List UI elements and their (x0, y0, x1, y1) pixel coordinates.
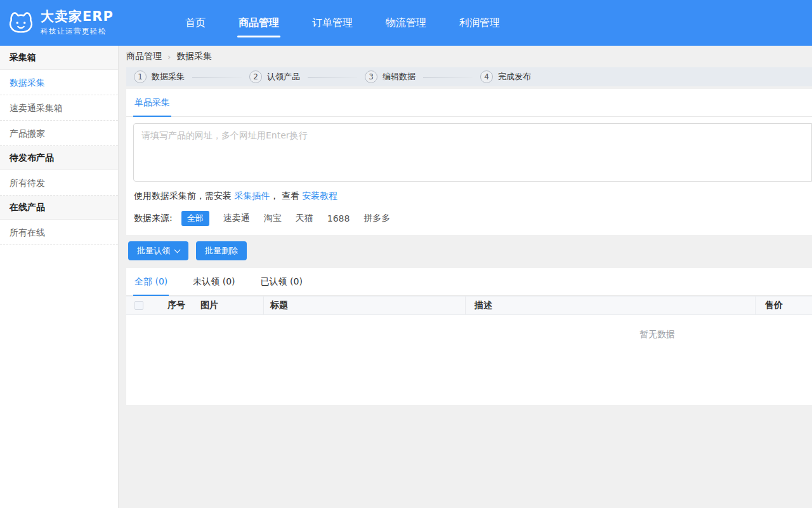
step-3-number: 3 (365, 70, 377, 83)
step-4-label: 完成发布 (498, 71, 531, 83)
top-nav: 首页 商品管理 订单管理 物流管理 利润管理 (184, 0, 532, 46)
header-cell-title: 标题 (264, 297, 466, 314)
header-cell-index: 序号 (161, 297, 194, 314)
data-source-row: 数据来源: 全部 速卖通 淘宝 天猫 1688 拼多多 (134, 211, 804, 226)
step-3: 3 编辑数据 (365, 70, 416, 83)
brand-logo-icon (6, 8, 36, 37)
brand-name: 大卖家ERP (41, 10, 114, 24)
header-cell-select (126, 297, 161, 314)
batch-delete-button[interactable]: 批量删除 (196, 241, 247, 260)
step-1: 1 数据采集 (134, 70, 185, 83)
source-all[interactable]: 全部 (181, 211, 209, 226)
breadcrumb-separator-icon: › (167, 52, 171, 62)
sidebar-section-pending: 待发布产品 (0, 146, 118, 170)
nav-item-profit[interactable]: 利润管理 (458, 0, 501, 46)
sidebar-item-data-collect[interactable]: 数据采集 (0, 70, 118, 95)
step-connector (423, 77, 473, 77)
results-tabbar: 全部 (0) 未认领 (0) 已认领 (0) (126, 268, 812, 296)
top-bar: 大卖家ERP 科技让运营更轻松 首页 商品管理 订单管理 物流管理 利润管理 (0, 0, 812, 46)
plugin-tip: 使用数据采集前，需安装 采集插件， 查看 安装教程 (134, 190, 804, 202)
source-taobao[interactable]: 淘宝 (264, 213, 282, 224)
sidebar-item-product-move[interactable]: 产品搬家 (0, 121, 118, 146)
sidebar-item-aliexpress-box[interactable]: 速卖通采集箱 (0, 95, 118, 121)
step-2-number: 2 (249, 70, 262, 83)
header-cell-image: 图片 (194, 297, 264, 314)
step-4: 4 完成发布 (480, 70, 531, 83)
step-2-label: 认领产品 (267, 71, 300, 83)
sidebar-item-all-pending[interactable]: 所有待发 (0, 170, 118, 196)
source-1688[interactable]: 1688 (327, 213, 350, 224)
sidebar-item-all-online[interactable]: 所有在线 (0, 220, 118, 245)
tab-unclaimed[interactable]: 未认领 (0) (192, 268, 236, 295)
step-3-label: 编辑数据 (383, 71, 416, 83)
tab-single-collect[interactable]: 单品采集 (133, 89, 171, 116)
breadcrumb-parent[interactable]: 商品管理 (126, 51, 162, 62)
brand-text: 大卖家ERP 科技让运营更轻松 (41, 10, 114, 36)
steps-bar: 1 数据采集 2 认领产品 3 编辑数据 4 完成发布 (126, 67, 812, 86)
header-cell-price: 售价 (756, 297, 812, 314)
batch-actions: 批量认领 批量删除 (126, 235, 812, 268)
brand-slogan: 科技让运营更轻松 (41, 27, 114, 36)
select-all-checkbox[interactable] (134, 301, 143, 310)
tab-claimed[interactable]: 已认领 (0) (259, 268, 304, 295)
data-source-label: 数据来源: (134, 213, 173, 224)
nav-item-logistics[interactable]: 物流管理 (384, 0, 428, 46)
table-header-row: 序号 图片 标题 描述 售价 (126, 296, 812, 315)
batch-claim-button[interactable]: 批量认领 (128, 241, 188, 260)
breadcrumb: 商品管理 › 数据采集 (126, 46, 812, 67)
batch-delete-label: 批量删除 (205, 245, 238, 257)
url-input[interactable] (133, 123, 812, 182)
main-content: 商品管理 › 数据采集 1 数据采集 2 认领产品 3 编辑数据 4 完成发布 (119, 46, 812, 508)
chevron-down-icon (174, 246, 181, 253)
brand: 大卖家ERP 科技让运营更轻松 (0, 8, 127, 37)
tab-all[interactable]: 全部 (0) (133, 268, 169, 295)
source-tmall[interactable]: 天猫 (296, 213, 313, 224)
results-table: 序号 图片 标题 描述 售价 暂无数据 (126, 296, 812, 361)
nav-item-orders[interactable]: 订单管理 (311, 0, 354, 46)
step-2: 2 认领产品 (249, 70, 300, 83)
nav-item-products[interactable]: 商品管理 (237, 0, 280, 46)
breadcrumb-current: 数据采集 (176, 51, 212, 62)
batch-claim-label: 批量认领 (137, 245, 170, 257)
header-cell-description: 描述 (466, 297, 756, 314)
empty-state: 暂无数据 (126, 315, 812, 361)
collect-panel: 单品采集 使用数据采集前，需安装 采集插件， 查看 安装教程 数据来源: 全部 … (126, 89, 812, 235)
sidebar: 采集箱 数据采集 速卖通采集箱 产品搬家 待发布产品 所有待发 在线产品 所有在… (0, 46, 119, 508)
source-aliexpress[interactable]: 速卖通 (223, 213, 250, 224)
step-1-number: 1 (134, 70, 147, 83)
step-connector (308, 77, 357, 77)
step-4-number: 4 (480, 70, 493, 83)
sidebar-section-collect-box: 采集箱 (0, 46, 118, 70)
sidebar-section-online: 在线产品 (0, 196, 118, 220)
plugin-link[interactable]: 采集插件 (234, 190, 270, 201)
source-pinduoduo[interactable]: 拼多多 (363, 213, 390, 224)
tip-text-2: ， 查看 (270, 190, 302, 201)
results-panel: 全部 (0) 未认领 (0) 已认领 (0) 序号 图片 标题 描述 售价 暂无… (126, 268, 812, 405)
step-1-label: 数据采集 (152, 71, 185, 83)
tutorial-link[interactable]: 安装教程 (302, 190, 337, 201)
nav-item-home[interactable]: 首页 (184, 0, 207, 46)
step-connector (192, 77, 242, 77)
tip-text-1: 使用数据采集前，需安装 (134, 190, 234, 201)
collect-tabbar: 单品采集 (126, 89, 812, 117)
